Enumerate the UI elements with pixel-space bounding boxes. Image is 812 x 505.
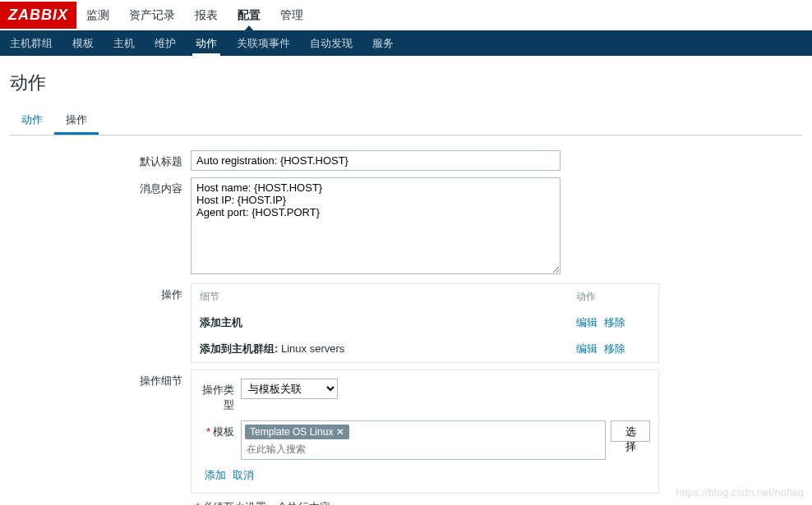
textarea-message[interactable] <box>191 177 561 274</box>
subnav-services[interactable]: 服务 <box>362 30 404 56</box>
subnav-maintenance[interactable]: 维护 <box>145 30 186 56</box>
page-content: 动作 动作 操作 默认标题 消息内容 操作 细节 动作 添加主机 <box>0 56 812 505</box>
input-default-subject[interactable] <box>191 150 561 171</box>
subnav-hostgroups[interactable]: 主机群组 <box>0 30 62 56</box>
edit-link[interactable]: 编辑 <box>576 316 597 328</box>
edit-link[interactable]: 编辑 <box>576 342 597 355</box>
ops-header-detail: 细节 <box>200 290 576 304</box>
subnav-actions[interactable]: 动作 <box>186 30 227 56</box>
top-nav: ZABBIX 监测 资产记录 报表 配置 管理 <box>0 0 812 30</box>
tabs: 动作 操作 <box>10 108 802 135</box>
tab-action[interactable]: 动作 <box>10 108 54 135</box>
label-message: 消息内容 <box>10 177 191 196</box>
label-op-detail: 操作细节 <box>10 370 191 388</box>
subnav-templates[interactable]: 模板 <box>62 30 104 56</box>
ops-header: 细节 动作 <box>191 284 658 310</box>
row-op-detail: 操作细节 操作类型 与模板关联 *模板 Template OS Linux✕ <box>10 370 802 505</box>
top-nav-items: 监测 资产记录 报表 配置 管理 <box>76 0 313 30</box>
cancel-link[interactable]: 取消 <box>233 469 254 481</box>
label-default-subject: 默认标题 <box>10 150 191 169</box>
logo[interactable]: ZABBIX <box>0 2 76 29</box>
detail-box: 操作类型 与模板关联 *模板 Template OS Linux✕ <box>191 370 659 494</box>
ops-row: 添加到主机群组: Linux servers 编辑 移除 <box>191 336 658 362</box>
template-tag: Template OS Linux✕ <box>245 425 349 439</box>
remove-link[interactable]: 移除 <box>604 342 625 355</box>
add-link[interactable]: 添加 <box>205 469 226 481</box>
template-multiselect[interactable]: Template OS Linux✕ <box>241 420 606 460</box>
ops-row-detail: 添加主机 <box>200 315 576 330</box>
required-mark: * <box>196 501 200 505</box>
row-ops: 操作 细节 动作 添加主机 编辑 移除 添加到主机群组: Linux serve… <box>10 283 802 363</box>
required-mark: * <box>206 425 210 438</box>
remove-link[interactable]: 移除 <box>604 316 625 328</box>
tab-operations[interactable]: 操作 <box>54 108 99 135</box>
label-optype: 操作类型 <box>200 379 241 412</box>
template-search-input[interactable] <box>243 441 585 457</box>
subnav-hosts[interactable]: 主机 <box>104 30 145 56</box>
select-button[interactable]: 选择 <box>611 420 650 442</box>
topnav-config[interactable]: 配置 <box>228 0 270 30</box>
ops-row-action: 编辑 移除 <box>576 342 650 356</box>
label-ops: 操作 <box>10 283 191 302</box>
detail-row-template: *模板 Template OS Linux✕ 选择 <box>200 420 650 460</box>
ops-header-action: 动作 <box>576 290 650 304</box>
hint-row: *必须至少设置一个执行内容。 <box>196 500 659 505</box>
label-template: *模板 <box>200 420 241 439</box>
ops-row-action: 编辑 移除 <box>576 315 650 330</box>
watermark: https://blog.csdn.net/noflag <box>676 486 804 498</box>
ops-row-detail: 添加到主机群组: Linux servers <box>200 342 576 356</box>
subnav-discovery[interactable]: 自动发现 <box>300 30 362 56</box>
row-default-subject: 默认标题 <box>10 150 802 171</box>
topnav-admin[interactable]: 管理 <box>270 0 313 30</box>
detail-row-optype: 操作类型 与模板关联 <box>200 379 650 412</box>
tag-remove-icon[interactable]: ✕ <box>336 426 344 438</box>
topnav-reports[interactable]: 报表 <box>185 0 228 30</box>
row-message: 消息内容 <box>10 177 802 277</box>
sub-nav: 主机群组 模板 主机 维护 动作 关联项事件 自动发现 服务 <box>0 30 812 56</box>
select-optype[interactable]: 与模板关联 <box>241 379 338 399</box>
ops-row: 添加主机 编辑 移除 <box>191 310 658 336</box>
detail-buttons: 添加 取消 <box>205 468 650 483</box>
page-title: 动作 <box>10 71 802 95</box>
ops-table: 细节 动作 添加主机 编辑 移除 添加到主机群组: Linux servers … <box>191 283 659 363</box>
topnav-monitor[interactable]: 监测 <box>76 0 119 30</box>
topnav-inventory[interactable]: 资产记录 <box>119 0 185 30</box>
subnav-correlation[interactable]: 关联项事件 <box>227 30 300 56</box>
